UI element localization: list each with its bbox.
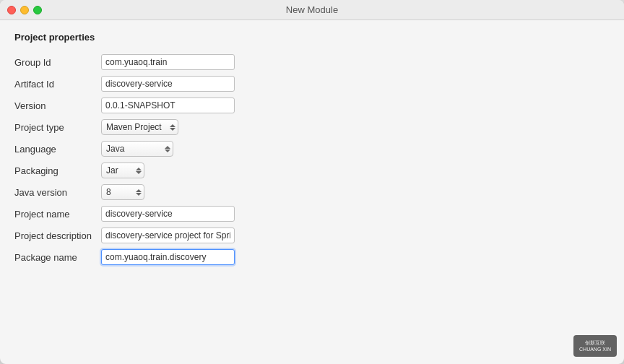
title-bar: New Module bbox=[0, 0, 624, 20]
artifact-id-label: Artifact Id bbox=[14, 74, 101, 93]
project-name-control bbox=[101, 204, 318, 223]
group-id-control bbox=[101, 53, 318, 72]
project-type-label: Project type bbox=[14, 118, 101, 136]
project-name-input[interactable] bbox=[101, 206, 235, 222]
project-type-select[interactable]: Maven Project Gradle Project bbox=[101, 119, 178, 135]
maximize-button[interactable] bbox=[33, 6, 42, 14]
project-description-label: Project description bbox=[14, 226, 101, 245]
form-grid: Group Id Artifact Id Version Project typ… bbox=[14, 53, 318, 269]
language-select[interactable]: Java Kotlin Groovy bbox=[101, 141, 173, 157]
language-control: Java Kotlin Groovy bbox=[101, 139, 318, 158]
packaging-control: Jar War bbox=[101, 161, 318, 180]
window-title: New Module bbox=[286, 4, 338, 15]
content-area: Project properties Group Id Artifact Id … bbox=[0, 20, 624, 364]
package-name-input[interactable] bbox=[101, 249, 235, 265]
artifact-id-control bbox=[101, 74, 318, 93]
project-description-input[interactable] bbox=[101, 228, 235, 243]
project-type-control: Maven Project Gradle Project bbox=[101, 118, 318, 136]
window: New Module Project properties Group Id A… bbox=[0, 0, 624, 364]
group-id-input[interactable] bbox=[101, 54, 235, 70]
language-wrapper: Java Kotlin Groovy bbox=[101, 141, 173, 157]
java-version-select[interactable]: 8 11 17 bbox=[101, 184, 144, 200]
java-version-wrapper: 8 11 17 bbox=[101, 184, 144, 200]
project-name-label: Project name bbox=[14, 204, 101, 223]
close-button[interactable] bbox=[7, 6, 16, 14]
package-name-control bbox=[101, 248, 318, 266]
packaging-label: Packaging bbox=[14, 161, 101, 180]
section-title: Project properties bbox=[14, 32, 610, 43]
minimize-button[interactable] bbox=[20, 6, 29, 14]
version-control bbox=[101, 96, 318, 115]
watermark: 创新互联CHUANG XIN bbox=[573, 335, 617, 357]
project-description-control bbox=[101, 226, 318, 245]
package-name-label: Package name bbox=[14, 248, 101, 266]
version-input[interactable] bbox=[101, 98, 235, 113]
packaging-wrapper: Jar War bbox=[101, 162, 144, 178]
packaging-select[interactable]: Jar War bbox=[101, 162, 144, 178]
artifact-id-input[interactable] bbox=[101, 76, 235, 92]
project-type-wrapper: Maven Project Gradle Project bbox=[101, 119, 178, 135]
java-version-control: 8 11 17 bbox=[101, 183, 318, 202]
version-label: Version bbox=[14, 96, 101, 115]
language-label: Language bbox=[14, 139, 101, 158]
java-version-label: Java version bbox=[14, 183, 101, 202]
traffic-lights bbox=[7, 6, 42, 14]
group-id-label: Group Id bbox=[14, 53, 101, 72]
